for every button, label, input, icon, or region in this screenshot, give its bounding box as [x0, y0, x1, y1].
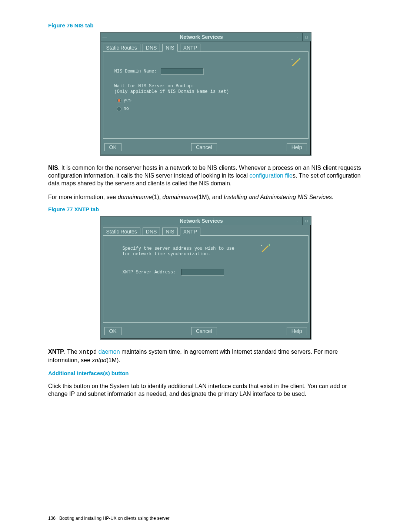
radio-dot-icon [117, 107, 121, 111]
configuration-file-link[interactable]: configuration file [249, 172, 293, 179]
additional-interfaces-paragraph: Click this button on the System tab to i… [48, 382, 363, 398]
radio-yes-label: yes [124, 98, 132, 103]
figure-76-caption: Figure 76 NIS tab [48, 22, 363, 28]
ok-button[interactable]: OK [104, 327, 121, 335]
tab-dns[interactable]: DNS [143, 44, 160, 52]
wait-label-2: (Only applicable if NIS Domain Name is s… [114, 89, 301, 95]
minimize-icon[interactable]: · [294, 33, 302, 41]
maximize-icon[interactable]: □ [302, 33, 311, 41]
nis-paragraph: NIS. It is common for the nonserver host… [48, 164, 363, 187]
xntp-address-input[interactable] [181, 269, 224, 276]
ok-button[interactable]: OK [104, 143, 121, 151]
cancel-button[interactable]: Cancel [191, 327, 217, 335]
wait-label-1: Wait for NIS Server on Bootup: [114, 84, 301, 89]
help-button[interactable]: Help [287, 327, 307, 335]
additional-interfaces-heading: Additional Interfaces(s) button [48, 370, 363, 376]
xntp-address-label: XNTP Server Address: [123, 270, 176, 275]
tab-xntp[interactable]: XNTP [180, 44, 200, 52]
window-menu-icon[interactable]: — [101, 33, 109, 41]
daemon-link[interactable]: daemon [97, 349, 120, 355]
tab-nis[interactable]: NIS [162, 44, 177, 52]
tab-xntp[interactable]: XNTP [180, 228, 200, 236]
tab-static-routes[interactable]: Static Routes [103, 44, 140, 52]
xntp-desc-1: Specify the server address you wish to u… [123, 246, 301, 252]
nis-window: — Network Services · □ Static Routes DNS… [100, 32, 311, 156]
window-title: Network Services [109, 217, 294, 225]
tab-dns[interactable]: DNS [143, 228, 160, 236]
tab-static-routes[interactable]: Static Routes [103, 228, 140, 236]
window-menu-icon[interactable]: — [101, 217, 109, 225]
radio-no[interactable]: no [117, 106, 301, 112]
wizard-icon: ⋆✦ [260, 242, 273, 254]
maximize-icon[interactable]: □ [302, 217, 311, 225]
figure-77-caption: Figure 77 XNTP tab [48, 206, 363, 212]
radio-dot-icon [117, 98, 121, 103]
help-button[interactable]: Help [287, 143, 307, 151]
radio-no-label: no [124, 106, 129, 112]
cancel-button[interactable]: Cancel [191, 143, 217, 151]
nis-paragraph-2: For more information, see domainname(1),… [48, 193, 363, 201]
window-title: Network Services [109, 33, 294, 41]
nis-domain-label: NIS Domain Name: [114, 69, 157, 74]
minimize-icon[interactable]: · [294, 217, 302, 225]
tab-nis[interactable]: NIS [162, 228, 177, 236]
xntp-desc-2: for network time synchronization. [123, 252, 301, 257]
wizard-icon: ⋆✦ [290, 55, 303, 68]
xntp-window: — Network Services · □ Static Routes DNS… [100, 216, 311, 340]
radio-yes[interactable]: yes [117, 98, 301, 103]
nis-domain-input[interactable] [161, 68, 204, 75]
xntp-paragraph: XNTP. The xntpd daemon maintains system … [48, 348, 363, 364]
